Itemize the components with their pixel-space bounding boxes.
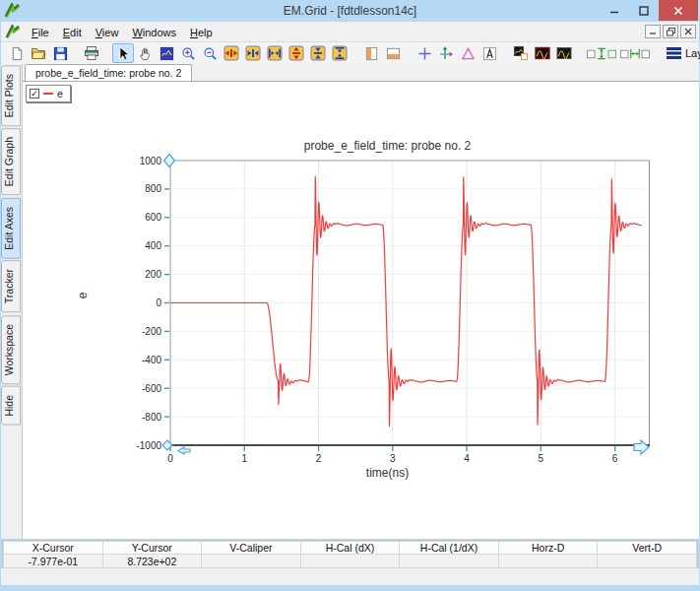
y-tick-label: 600 bbox=[145, 212, 161, 223]
shrink-vertical-icon[interactable] bbox=[307, 43, 329, 63]
delta-marker-icon[interactable] bbox=[457, 43, 478, 63]
print-icon[interactable] bbox=[81, 43, 102, 63]
expand-vertical-icon[interactable] bbox=[286, 43, 307, 63]
x-tick-label: 0 bbox=[167, 453, 173, 464]
menu-view[interactable]: View bbox=[89, 24, 126, 41]
layout-menu-button[interactable]: Layout bbox=[662, 45, 700, 61]
mdi-close-button[interactable] bbox=[680, 25, 696, 38]
app-window: EM.Grid - [fdtdlesson14c] FileEditViewWi… bbox=[0, 0, 700, 591]
y-tick-label: -1000 bbox=[136, 440, 161, 451]
status-header-vert-d: Vert-D bbox=[598, 542, 697, 555]
x-tick-label: 1 bbox=[241, 453, 247, 464]
legend-checkbox[interactable]: ✓ bbox=[30, 89, 39, 98]
pan-tool-icon[interactable] bbox=[134, 43, 156, 63]
document-logo-icon bbox=[5, 25, 21, 39]
plot-area: ✓ e probe_e_field_time: probe no. 2 e ti… bbox=[23, 81, 699, 539]
x-tick-label: 3 bbox=[390, 453, 396, 464]
rail-tab-edit-axes[interactable]: Edit Axes bbox=[1, 198, 21, 259]
status-header-y-cursor: Y-Cursor bbox=[102, 542, 202, 555]
open-file-icon[interactable] bbox=[28, 43, 49, 63]
status-value-h-cal-1-dx- bbox=[400, 555, 499, 568]
rail-tab-hide[interactable]: Hide bbox=[1, 386, 21, 426]
save-icon[interactable] bbox=[49, 43, 71, 63]
y-tick-label: 0 bbox=[156, 297, 161, 308]
close-button[interactable] bbox=[659, 0, 698, 21]
rail-tab-workspace[interactable]: Workspace bbox=[1, 315, 21, 384]
copy-plot-icon[interactable] bbox=[510, 43, 532, 63]
plot-canvas[interactable]: -1000-800-600-400-2000200400600800100001… bbox=[59, 134, 650, 464]
fit-horizontal-icon[interactable] bbox=[264, 43, 286, 63]
expand-horizontal-icon[interactable] bbox=[221, 43, 242, 63]
tab-strip: probe_e_field_time: probe no. 2 bbox=[23, 64, 699, 81]
window-title: EM.Grid - [fdtdlesson14c] bbox=[0, 4, 700, 18]
status-value-vert-d bbox=[598, 555, 697, 568]
axis-handle-bottom-right bbox=[634, 440, 649, 454]
menu-bar: FileEditViewWindowsHelp bbox=[1, 22, 699, 42]
menu-windows[interactable]: Windows bbox=[125, 24, 183, 41]
x-tick-label: 6 bbox=[612, 453, 618, 464]
add-cursor-icon[interactable] bbox=[414, 43, 435, 63]
rail-tab-edit-graph[interactable]: Edit Graph bbox=[1, 128, 21, 195]
chart-xlabel: time(ns) bbox=[148, 466, 627, 480]
x-tick-label: 4 bbox=[464, 453, 470, 464]
maximize-button[interactable] bbox=[629, 0, 659, 21]
rail-tab-tracker[interactable]: Tracker bbox=[1, 260, 21, 312]
status-header-horz-d: Horz-D bbox=[498, 542, 598, 555]
y-tick-label: -400 bbox=[142, 355, 161, 365]
equalize-vertical-spacing-icon[interactable] bbox=[585, 43, 618, 63]
y-tick-label: -800 bbox=[142, 412, 161, 423]
axes-tool-icon[interactable] bbox=[435, 43, 457, 63]
status-value-v-caliper bbox=[202, 555, 301, 568]
shrink-horizontal-icon[interactable] bbox=[242, 43, 264, 63]
y-tick-label: 200 bbox=[145, 269, 161, 280]
x-tick-label: 2 bbox=[316, 453, 322, 464]
status-header-v-caliper: V-Caliper bbox=[202, 542, 301, 555]
zoom-out-icon[interactable] bbox=[199, 43, 221, 63]
bottom-panel-icon[interactable] bbox=[382, 43, 404, 63]
minimize-button[interactable] bbox=[600, 0, 629, 21]
side-rail: Edit PlotsEdit GraphEdit AxesTrackerWork… bbox=[1, 64, 23, 539]
legend: ✓ e bbox=[26, 85, 71, 102]
layout-icon bbox=[667, 47, 681, 59]
legend-line-sample bbox=[43, 93, 53, 95]
toolbar: Layout bbox=[1, 42, 699, 64]
pointer-tool-icon[interactable] bbox=[112, 43, 134, 63]
y-tick-label: 400 bbox=[145, 240, 161, 251]
equalize-horizontal-spacing-icon[interactable] bbox=[618, 43, 652, 63]
status-value-x-cursor: -7.977e-01 bbox=[4, 555, 103, 568]
mdi-restore-button[interactable] bbox=[663, 25, 678, 38]
x-tick-label: 5 bbox=[539, 453, 544, 464]
y-tick-label: -200 bbox=[142, 326, 161, 337]
text-annotation-icon[interactable] bbox=[478, 43, 500, 63]
plot-style-1-icon[interactable] bbox=[532, 43, 553, 63]
y-tick-label: 800 bbox=[145, 183, 161, 194]
rail-tab-edit-plots[interactable]: Edit Plots bbox=[1, 65, 21, 126]
fit-vertical-icon[interactable] bbox=[329, 43, 350, 63]
menu-file[interactable]: File bbox=[25, 24, 56, 41]
status-value-horz-d bbox=[498, 555, 598, 568]
status-header-h-cal-1-dx-: H-Cal (1/dX) bbox=[400, 542, 499, 555]
menu-help[interactable]: Help bbox=[183, 24, 220, 41]
new-file-icon[interactable] bbox=[6, 43, 28, 63]
plot-tab[interactable]: probe_e_field_time: probe no. 2 bbox=[25, 64, 192, 81]
status-header-x-cursor: X-Cursor bbox=[4, 542, 103, 555]
status-header-h-cal-dx-: H-Cal (dX) bbox=[300, 542, 400, 555]
mdi-minimize-button[interactable] bbox=[645, 25, 661, 38]
status-value-y-cursor: 8.723e+02 bbox=[102, 555, 202, 568]
zoom-in-icon[interactable] bbox=[177, 43, 199, 63]
title-bar: EM.Grid - [fdtdlesson14c] bbox=[0, 0, 700, 22]
plot-style-2-icon[interactable] bbox=[553, 43, 575, 63]
menu-edit[interactable]: Edit bbox=[56, 24, 89, 41]
zoom-window-icon[interactable] bbox=[156, 43, 177, 63]
legend-label: e bbox=[57, 88, 63, 99]
y-tick-label: 1000 bbox=[140, 156, 162, 166]
left-panel-icon[interactable] bbox=[360, 43, 382, 63]
cursor-status-bar: X-CursorY-CursorV-CaliperH-Cal (dX)H-Cal… bbox=[2, 540, 698, 568]
status-value-h-cal-dx- bbox=[300, 555, 400, 568]
layout-label: Layout bbox=[685, 47, 700, 59]
axis-handle-bottom-left-arrow bbox=[178, 447, 190, 454]
window-status-strip bbox=[1, 568, 699, 585]
y-tick-label: -600 bbox=[142, 383, 161, 394]
axis-handle-top-left bbox=[164, 155, 175, 167]
